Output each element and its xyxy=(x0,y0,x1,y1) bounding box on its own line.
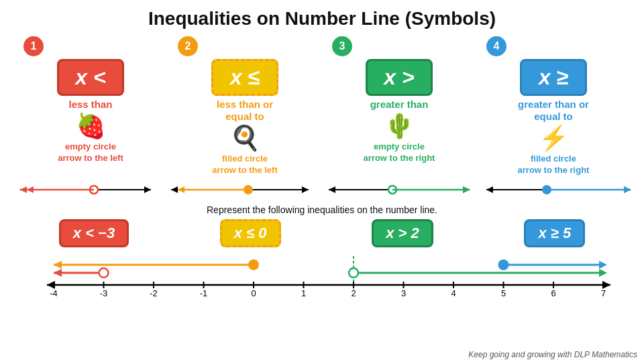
svg-text:4: 4 xyxy=(451,288,455,298)
svg-marker-5 xyxy=(27,186,34,193)
symbol-box-3: x > xyxy=(366,59,433,96)
bottom-numberline-area: -4 -3 -2 -1 0 1 2 3 4 xyxy=(20,253,624,303)
badge-4: 4 xyxy=(486,36,506,56)
page-title: Inequalities on Number Line (Symbols) xyxy=(0,0,644,29)
desc-4: filled circlearrow to the right xyxy=(518,154,590,176)
examples-row: x < −3 x ≤ 0 x > 2 x ≥ 5 xyxy=(13,219,631,247)
top-numberlines-svg xyxy=(7,180,637,199)
strawberry-icon: 🍓 xyxy=(76,112,106,140)
top-numberlines xyxy=(0,176,644,202)
example-4: x ≥ 5 xyxy=(524,219,585,247)
desc-1: empty circlearrow to the left xyxy=(58,141,123,164)
block-greater-equal: 4 x ≥ greater than orequal to ⚡ filled c… xyxy=(480,36,627,176)
block-less-equal: 2 x ≤ less than orequal to 🍳 filled circ… xyxy=(171,36,319,176)
svg-marker-23 xyxy=(624,186,631,193)
svg-text:3: 3 xyxy=(401,288,406,298)
desc-3: empty circlearrow to the right xyxy=(364,141,435,164)
block-less-than: 1 x < less than 🍓 empty circlearrow to t… xyxy=(17,36,164,164)
svg-text:-3: -3 xyxy=(100,288,108,298)
cactus-icon: 🌵 xyxy=(384,112,415,140)
symbol-box-4: x ≥ xyxy=(520,59,587,96)
svg-marker-8 xyxy=(302,186,309,193)
bottom-numberline-svg: -4 -3 -2 -1 0 1 2 3 4 xyxy=(20,253,637,303)
svg-point-26 xyxy=(249,260,258,269)
svg-text:7: 7 xyxy=(601,288,606,298)
svg-marker-13 xyxy=(329,186,335,193)
instruction-text: Represent the following inequalities on … xyxy=(13,204,631,215)
svg-marker-7 xyxy=(171,186,178,193)
bottom-section: Represent the following inequalities on … xyxy=(0,202,644,303)
svg-marker-35 xyxy=(599,269,607,277)
example-1: x < −3 xyxy=(59,219,129,247)
symbol-box-1: x < xyxy=(57,59,124,96)
lightning-icon: ⚡ xyxy=(539,124,569,152)
badge-2: 2 xyxy=(178,36,198,56)
svg-text:2: 2 xyxy=(351,288,356,298)
svg-point-33 xyxy=(499,260,508,269)
svg-marker-11 xyxy=(178,186,184,193)
badge-3: 3 xyxy=(332,36,352,56)
svg-text:-4: -4 xyxy=(50,288,58,298)
svg-text:0: 0 xyxy=(251,288,256,298)
svg-marker-2 xyxy=(144,186,151,193)
svg-text:-1: -1 xyxy=(200,288,208,298)
svg-text:6: 6 xyxy=(551,288,555,298)
label-2: less than orequal to xyxy=(217,99,273,123)
desc-2: filled circlearrow to the left xyxy=(212,154,278,176)
block-greater-than: 3 x > greater than 🌵 empty circlearrow t… xyxy=(325,36,473,164)
svg-point-29 xyxy=(99,268,109,278)
watermark: Keep going and growing with DLP Mathemat… xyxy=(468,350,637,359)
svg-marker-28 xyxy=(54,269,62,277)
svg-marker-25 xyxy=(54,261,62,269)
inequality-blocks: 1 x < less than 🍓 empty circlearrow to t… xyxy=(0,29,644,176)
badge-1: 1 xyxy=(23,36,44,56)
svg-marker-17 xyxy=(463,186,470,193)
svg-text:1: 1 xyxy=(301,288,306,298)
label-1: less than xyxy=(68,99,112,111)
example-2: x ≤ 0 xyxy=(220,219,281,247)
egg-icon: 🍳 xyxy=(230,124,260,152)
svg-text:5: 5 xyxy=(501,288,506,298)
svg-marker-19 xyxy=(486,186,493,193)
label-4: greater than orequal to xyxy=(518,99,589,123)
svg-marker-32 xyxy=(599,261,607,269)
svg-marker-1 xyxy=(20,186,27,193)
svg-point-36 xyxy=(349,268,358,278)
svg-text:-2: -2 xyxy=(150,288,158,298)
label-3: greater than xyxy=(370,99,429,111)
symbol-box-2: x ≤ xyxy=(211,59,278,96)
example-3: x > 2 xyxy=(372,219,433,247)
